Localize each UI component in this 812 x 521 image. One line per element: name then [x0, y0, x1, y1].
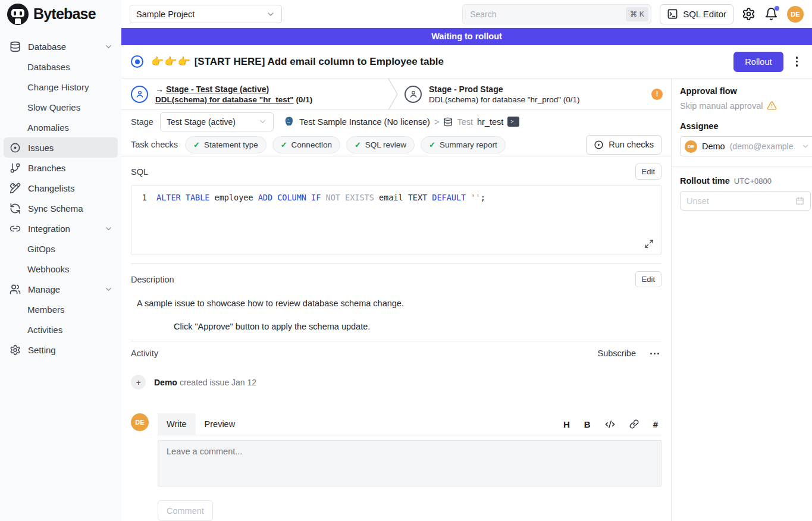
check-sql-review[interactable]: ✓SQL review	[346, 136, 415, 153]
chevron-down-icon	[266, 10, 275, 19]
activity-action: created issue Jan 12	[180, 378, 256, 387]
database-icon	[443, 117, 453, 127]
sidebar-item-databases[interactable]: Databases	[0, 57, 121, 77]
environment-tag: Test	[457, 117, 473, 127]
bold-format-icon[interactable]: B	[584, 419, 591, 429]
sidebar-item-manage[interactable]: Manage	[0, 279, 121, 299]
sql-code-block[interactable]: 1ALTER TABLE employee ADD COLUMN IF NOT …	[131, 185, 661, 255]
heading-format-icon[interactable]: H	[563, 419, 570, 429]
active-stage-arrow: →	[155, 84, 164, 94]
sql-editor-button[interactable]: SQL Editor	[660, 4, 733, 24]
stage-prod-title: Stage - Prod Stage	[429, 84, 579, 94]
open-sql-editor-icon[interactable]: >_	[507, 117, 519, 127]
user-avatar[interactable]: DE	[787, 6, 804, 23]
tab-write[interactable]: Write	[158, 413, 196, 435]
assignee-select[interactable]: DE Demo (demo@example	[680, 136, 812, 156]
rollout-time-placeholder: Unset	[686, 196, 795, 206]
timezone-label: UTC+0800	[734, 177, 772, 186]
top-header: Bytebase Sample Project ⌘ K SQL Editor D…	[0, 0, 812, 28]
sidebar-item-branches[interactable]: Branches	[0, 158, 121, 178]
gear-icon	[10, 344, 21, 356]
plus-icon: +	[131, 375, 146, 390]
stage-separator	[388, 79, 399, 110]
breadcrumb-separator: >	[434, 117, 439, 127]
pencil-ruler-icon	[10, 183, 21, 194]
warning-triangle-icon	[767, 101, 777, 111]
issue-title: 👉👉👉[START HERE] Add email column to Empl…	[151, 55, 444, 68]
sync-icon	[10, 203, 21, 214]
activity-section: Activity Subscribe + Democreated issue J…	[121, 341, 671, 390]
sidebar-item-activities[interactable]: Activities	[0, 319, 121, 340]
users-icon	[10, 284, 21, 295]
stage-prod[interactable]: Stage - Prod Stage DDL(schema) for datab…	[399, 79, 671, 109]
activity-label: Activity	[131, 349, 158, 358]
brand-logo[interactable]: Bytebase	[0, 0, 121, 28]
sidebar-item-slow-queries[interactable]: Slow Queries	[0, 97, 121, 117]
settings-gear-icon[interactable]	[742, 7, 756, 21]
approval-flow-title: Approval flow	[680, 86, 812, 96]
chevron-down-icon	[801, 142, 810, 150]
chevron-down-icon	[104, 224, 113, 233]
run-checks-button[interactable]: Run checks	[586, 135, 661, 155]
brand-name: Bytebase	[33, 5, 96, 23]
rollout-button[interactable]: Rollout	[733, 52, 783, 72]
link-format-icon[interactable]	[629, 419, 639, 429]
expand-icon[interactable]	[644, 239, 654, 249]
sidebar-item-changelists[interactable]: Changelists	[0, 178, 121, 198]
stage-attention-icon: !	[651, 89, 663, 100]
database-icon	[10, 41, 21, 52]
check-connection[interactable]: ✓Connection	[272, 136, 340, 153]
code-format-icon[interactable]	[605, 419, 615, 429]
comment-input[interactable]	[158, 440, 661, 487]
subscribe-button[interactable]: Subscribe	[598, 349, 636, 358]
issue-sidebar: Approval flow Skip manual approval Assig…	[671, 79, 812, 521]
search-input[interactable]	[462, 4, 651, 24]
check-summary-report[interactable]: ✓Summary report	[421, 136, 506, 153]
task-checks-label: Task checks	[131, 140, 178, 149]
comment-avatar: DE	[131, 413, 149, 431]
comment-submit-button[interactable]: Comment	[158, 500, 213, 521]
chevron-down-icon	[258, 117, 267, 126]
instance-name[interactable]: Test Sample Instance (No license)	[299, 117, 430, 127]
sidebar-item-gitops[interactable]: GitOps	[0, 238, 121, 259]
comment-editor: DE Write Preview H B #	[131, 413, 661, 521]
description-edit-button[interactable]: Edit	[635, 271, 661, 287]
notification-bell-icon[interactable]	[764, 7, 779, 21]
project-selector-value: Sample Project	[136, 10, 195, 19]
hash-format-icon[interactable]: #	[653, 419, 658, 429]
sidebar-item-members[interactable]: Members	[0, 299, 121, 319]
sql-edit-button[interactable]: Edit	[635, 164, 661, 180]
check-statement-type[interactable]: ✓Statement type	[185, 136, 267, 153]
sidebar-item-setting[interactable]: Setting	[0, 340, 121, 360]
topbar: Sample Project ⌘ K SQL Editor DE	[121, 0, 812, 28]
sql-section: SQL Edit 1ALTER TABLE employee ADD COLUM…	[121, 156, 671, 264]
sidebar-item-integration[interactable]: Integration	[0, 218, 121, 238]
status-banner: Waiting to rollout	[121, 28, 812, 45]
sidebar-item-anomalies[interactable]: Anomalies	[0, 117, 121, 137]
assignee-stage-icon	[405, 86, 422, 103]
postgresql-icon	[284, 116, 295, 127]
sidebar-item-database[interactable]: Database	[0, 36, 121, 57]
line-number: 1	[131, 193, 156, 202]
activity-more-menu-icon[interactable]	[648, 350, 661, 357]
task-checks-row: Task checks ✓Statement type ✓Connection …	[121, 133, 671, 156]
stage-test[interactable]: → Stage - Test Stage (active) DDL(schema…	[121, 79, 388, 109]
assignee-email: (demo@example	[730, 142, 800, 151]
project-selector[interactable]: Sample Project	[130, 5, 282, 23]
sidebar-item-sync-schema[interactable]: Sync Schema	[0, 198, 121, 218]
database-name[interactable]: hr_test	[477, 117, 503, 127]
rollout-time-input[interactable]: Unset	[680, 191, 811, 211]
pointing-emoji: 👉👉👉	[151, 56, 191, 67]
approval-flow-value: Skip manual approval	[680, 101, 763, 111]
circle-dot-icon	[10, 142, 21, 153]
sidebar-item-issues[interactable]: Issues	[4, 137, 118, 158]
stage-select[interactable]: Test Stage (active)	[160, 112, 274, 131]
issue-more-menu-icon[interactable]	[791, 54, 803, 69]
sidebar-item-change-history[interactable]: Change History	[0, 77, 121, 97]
check-pass-icon: ✓	[281, 140, 287, 149]
assignee-title: Assignee	[680, 121, 812, 131]
calendar-icon	[795, 196, 804, 205]
sidebar-item-webhooks[interactable]: Webhooks	[0, 259, 121, 279]
tab-preview[interactable]: Preview	[196, 413, 244, 435]
database-breadcrumb: Test Sample Instance (No license) > Test…	[284, 116, 519, 127]
